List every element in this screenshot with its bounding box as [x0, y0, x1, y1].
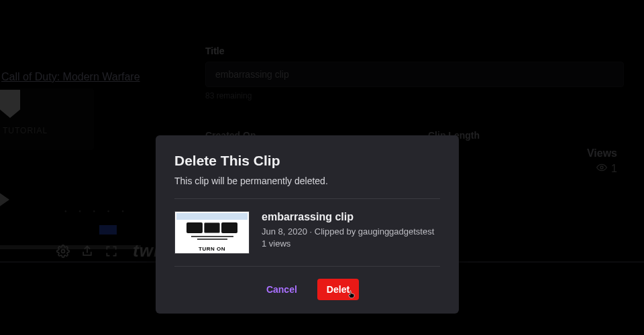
modal-actions: Cancel Delet [174, 267, 440, 300]
clip-row: TURN ON embarrassing clip Jun 8, 2020 · … [174, 199, 440, 267]
clip-thumbnail: TURN ON [174, 211, 250, 254]
clip-views: 1 views [262, 238, 434, 250]
clip-title: embarrassing clip [262, 211, 434, 223]
delete-button[interactable]: Delet [317, 279, 359, 300]
clip-byline: Jun 8, 2020 · Clipped by gauginggadgetst… [262, 226, 434, 238]
modal-subtitle: This clip will be permanently deleted. [174, 176, 440, 199]
cursor-hand-icon [347, 289, 356, 299]
thumb-caption: TURN ON [175, 246, 249, 252]
delete-clip-modal: Delete This Clip This clip will be perma… [156, 135, 459, 314]
modal-heading: Delete This Clip [174, 153, 440, 169]
clip-meta: embarrassing clip Jun 8, 2020 · Clipped … [262, 211, 434, 254]
cancel-button[interactable]: Cancel [256, 279, 308, 300]
